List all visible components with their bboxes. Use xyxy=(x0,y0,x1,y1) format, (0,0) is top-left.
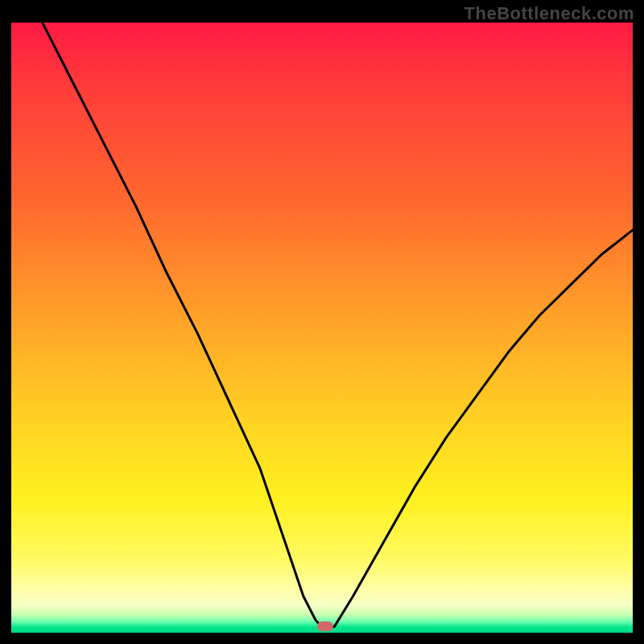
watermark-label: TheBottleneck.com xyxy=(464,3,634,24)
chart-frame: TheBottleneck.com xyxy=(0,0,644,644)
curve-path xyxy=(43,23,633,626)
bottleneck-curve xyxy=(11,23,633,633)
plot-area xyxy=(11,23,633,633)
optimum-marker xyxy=(317,621,333,631)
